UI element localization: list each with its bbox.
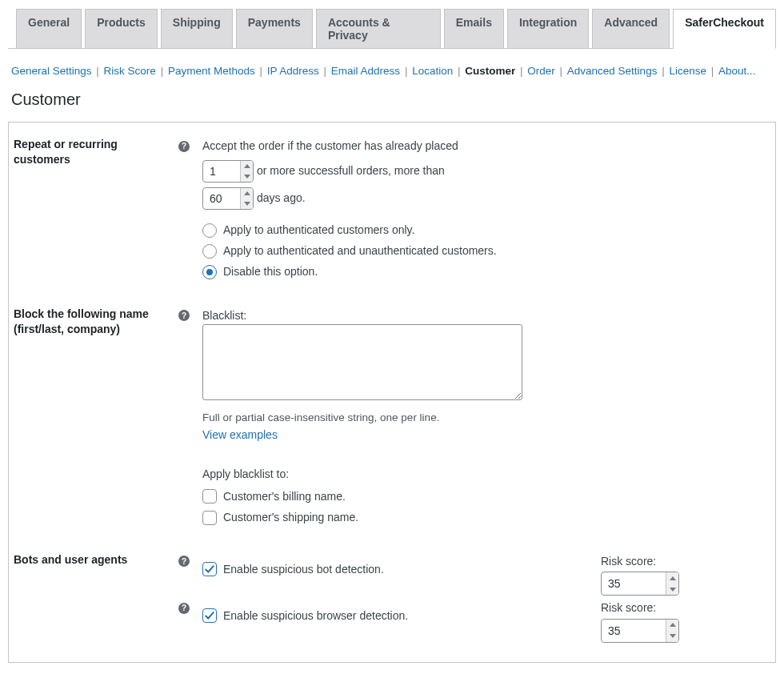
checkbox-browser-detection-label: Enable suspicious browser detection. [223,607,408,624]
subnav-location[interactable]: Location [412,65,453,77]
row-browser-detection: ? Enable suspicious browser detection. R… [9,599,761,642]
tab-advanced[interactable]: Advanced [592,9,670,49]
radio-auth-and-unauth-label: Apply to authenticated and unauthenticat… [223,242,497,259]
separator: | [322,65,331,77]
subnav-advanced-settings[interactable]: Advanced Settings [567,65,658,77]
section-title: Customer [11,90,776,109]
risk-score-label: Risk score: [601,599,761,616]
radio-auth-only[interactable] [202,223,217,238]
separator: | [456,65,465,77]
checkbox-billing-name[interactable] [202,489,217,503]
subnav-risk-score[interactable]: Risk Score [104,65,156,77]
help-icon[interactable]: ? [178,603,190,614]
separator: | [558,65,567,77]
label-bots-user-agents: Bots and user agents [14,552,170,568]
row-block-name: Block the following name (first/last, co… [9,307,761,552]
spinner-icon[interactable] [240,161,253,182]
row-bots-user-agents: Bots and user agents ? Enable suspicious… [9,552,761,599]
row-repeat-customers: Repeat or recurring customers ? Accept t… [9,137,761,307]
blacklist-textarea[interactable] [202,324,522,400]
help-icon[interactable]: ? [178,556,190,567]
tab-accounts-privacy[interactable]: Accounts & Privacy [316,9,441,49]
label-repeat-customers: Repeat or recurring customers [14,137,170,167]
separator: | [94,65,103,77]
subnav-payment-methods[interactable]: Payment Methods [168,65,255,77]
settings-panel: Repeat or recurring customers ? Accept t… [8,122,776,662]
risk-score-label: Risk score: [601,552,761,570]
spinner-icon[interactable] [666,572,678,595]
tab-emails[interactable]: Emails [444,9,504,49]
blacklist-heading: Blacklist: [202,307,761,324]
subnav-ip-address[interactable]: IP Address [267,65,319,77]
top-tabs: General Products Shipping Payments Accou… [8,8,776,49]
subnav-customer[interactable]: Customer [465,65,515,77]
tab-shipping[interactable]: Shipping [161,9,233,49]
view-examples-link[interactable]: View examples [202,428,278,441]
spinner-icon[interactable] [666,620,678,642]
checkbox-browser-detection[interactable] [202,608,217,623]
radio-disable-option[interactable] [202,265,217,279]
tab-integration[interactable]: Integration [507,9,589,49]
separator: | [159,65,168,77]
radio-auth-and-unauth[interactable] [202,244,217,259]
checkbox-shipping-name-label: Customer's shipping name. [223,508,358,526]
separator: | [710,65,718,77]
tab-products[interactable]: Products [85,9,158,49]
subnav-general-settings[interactable]: General Settings [11,65,92,77]
tab-safercheckout[interactable]: SaferCheckout [673,9,776,49]
subnav-about[interactable]: About... [718,65,756,77]
checkbox-bot-detection-label: Enable suspicious bot detection. [223,560,384,578]
help-icon[interactable]: ? [178,310,190,321]
radio-disable-option-label: Disable this option. [223,263,318,280]
subnav-email-address[interactable]: Email Address [331,65,400,77]
checkbox-shipping-name[interactable] [202,511,217,525]
apply-blacklist-heading: Apply blacklist to: [202,465,761,483]
tab-general[interactable]: General [16,9,82,49]
help-icon[interactable]: ? [178,141,190,152]
label-block-name: Block the following name (first/last, co… [14,307,170,337]
checkbox-billing-name-label: Customer's billing name. [223,487,346,505]
subnav: General Settings | Risk Score | Payment … [8,49,776,90]
blacklist-hint: Full or partial case-insensitive string,… [202,409,761,427]
checkbox-bot-detection[interactable] [202,562,217,576]
repeat-text-3: days ago. [257,191,306,203]
separator: | [403,65,412,77]
tab-payments[interactable]: Payments [236,9,313,49]
repeat-text-1: Accept the order if the customer has alr… [202,137,761,154]
subnav-license[interactable]: License [669,65,706,77]
separator: | [258,65,266,77]
radio-auth-only-label: Apply to authenticated customers only. [223,221,414,239]
repeat-text-2: or more successfull orders, more than [257,163,445,176]
separator: | [518,65,527,77]
spinner-icon[interactable] [240,188,253,209]
separator: | [660,65,669,77]
subnav-order[interactable]: Order [527,65,555,77]
